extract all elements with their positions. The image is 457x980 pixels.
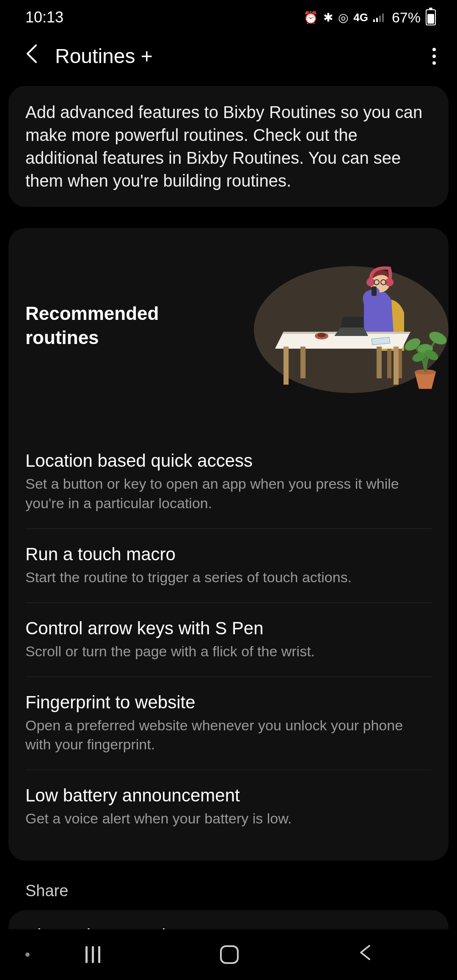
svg-rect-0 <box>373 19 375 22</box>
battery-icon <box>426 9 436 25</box>
navigation-bar <box>0 929 457 980</box>
recommended-hero: Recommended routines <box>8 228 449 423</box>
routine-desc: Get a voice alert when your battery is l… <box>25 809 432 829</box>
svg-rect-3 <box>382 14 384 22</box>
routine-desc: Open a preferred website whenever you un… <box>25 716 432 755</box>
svg-rect-16 <box>300 347 306 378</box>
svg-rect-17 <box>377 347 382 378</box>
network-type: 4G <box>353 11 368 24</box>
description-text: Add advanced features to Bixby Routines … <box>25 101 432 192</box>
recents-button[interactable] <box>85 946 100 963</box>
share-card: Share via QR code <box>8 910 449 929</box>
alarm-icon: ⏰ <box>303 11 318 25</box>
routine-item-touch-macro[interactable]: Run a touch macro Start the routine to t… <box>25 529 432 603</box>
routine-item-low-battery[interactable]: Low battery announcement Get a voice ale… <box>25 770 432 844</box>
more-options-button[interactable] <box>432 48 436 65</box>
status-time: 10:13 <box>25 8 63 26</box>
home-button[interactable] <box>220 945 239 964</box>
recommended-card: Recommended routines <box>8 228 449 861</box>
svg-rect-13 <box>372 286 377 296</box>
page-title: Routines + <box>55 44 153 68</box>
back-button[interactable] <box>25 43 38 69</box>
status-bar: 10:13 ⏰ ✱ ◎ 4G 67% <box>0 0 457 30</box>
signal-icon <box>373 13 385 22</box>
routine-title: Location based quick access <box>25 451 432 471</box>
recommended-heading: Recommended routines <box>25 301 237 350</box>
app-bar: Routines + <box>0 30 457 86</box>
svg-rect-1 <box>376 18 378 22</box>
nav-back-button[interactable] <box>358 943 372 966</box>
hotspot-icon: ◎ <box>338 11 348 25</box>
status-indicators: ⏰ ✱ ◎ 4G 67% <box>303 9 436 26</box>
routine-title: Control arrow keys with S Pen <box>25 618 432 639</box>
routine-item-spen-arrow[interactable]: Control arrow keys with S Pen Scroll or … <box>25 603 432 677</box>
share-section-label: Share <box>0 873 457 910</box>
routine-item-fingerprint-website[interactable]: Fingerprint to website Open a preferred … <box>25 677 432 771</box>
description-card: Add advanced features to Bixby Routines … <box>8 86 449 207</box>
routine-desc: Set a button or key to open an app when … <box>25 474 432 513</box>
svg-point-19 <box>317 333 326 337</box>
battery-percentage: 67% <box>392 9 421 26</box>
routine-title: Fingerprint to website <box>25 692 432 713</box>
share-item-qr[interactable]: Share via QR code <box>25 925 432 929</box>
svg-rect-15 <box>394 347 399 385</box>
routine-item-location-access[interactable]: Location based quick access Set a button… <box>25 435 432 529</box>
svg-rect-14 <box>284 347 289 385</box>
routine-desc: Scroll or turn the page with a flick of … <box>25 642 432 661</box>
routine-desc: Start the routine to trigger a series of… <box>25 568 432 587</box>
routine-title: Run a touch macro <box>25 544 432 564</box>
svg-rect-2 <box>379 16 381 22</box>
svg-rect-5 <box>387 349 391 378</box>
routine-title: Low battery announcement <box>25 785 432 806</box>
recommended-list: Location based quick access Set a button… <box>8 423 449 861</box>
bluetooth-icon: ✱ <box>323 11 333 25</box>
nav-indicator-dot <box>25 952 30 957</box>
desk-illustration <box>237 249 449 402</box>
